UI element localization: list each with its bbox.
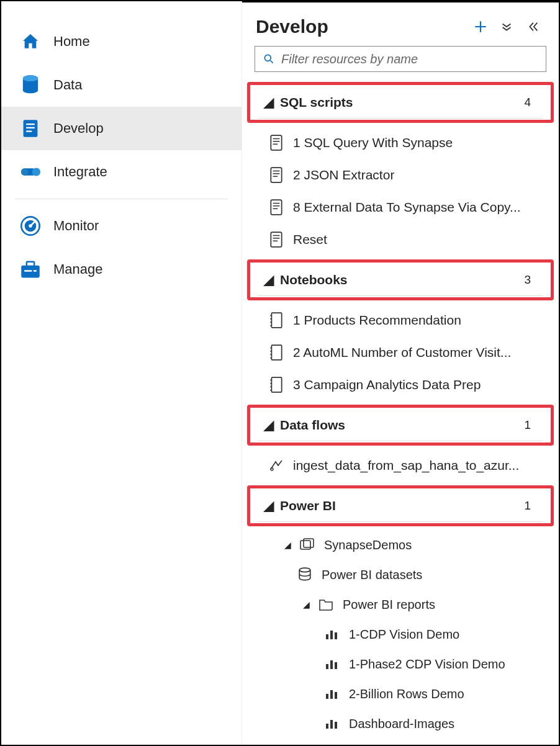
section-sql-scripts[interactable]: ◢ SQL scripts 4 xyxy=(258,86,543,119)
filter-input[interactable] xyxy=(281,52,538,66)
highlight-box: ◢ Notebooks 3 xyxy=(247,259,554,300)
nav-develop[interactable]: Develop xyxy=(1,107,242,150)
svg-rect-22 xyxy=(271,345,281,360)
toolbox-icon xyxy=(20,259,41,280)
nav-label: Monitor xyxy=(53,218,99,234)
caret-down-icon: ◢ xyxy=(264,95,275,110)
svg-rect-26 xyxy=(304,539,314,547)
pipeline-icon xyxy=(20,161,41,182)
section-label: Data flows xyxy=(280,418,345,433)
svg-point-7 xyxy=(32,168,40,176)
nav-label: Develop xyxy=(53,120,104,137)
svg-rect-39 xyxy=(335,722,337,729)
svg-rect-12 xyxy=(21,266,40,278)
item-label: 1 Products Recommendation xyxy=(293,313,461,328)
svg-rect-19 xyxy=(271,200,281,215)
pane-header: Develop xyxy=(242,2,559,46)
sql-item[interactable]: 2 JSON Extractor xyxy=(247,159,554,191)
powerbi-report[interactable]: Dashboard-Images xyxy=(247,709,554,739)
left-nav: Home Data Develop Integrate Monitor Mana… xyxy=(1,1,242,745)
powerbi-reports-folder[interactable]: ◢ Power BI reports xyxy=(247,590,554,619)
sql-item[interactable]: 1 SQL Query With Synapse xyxy=(247,127,554,159)
svg-rect-33 xyxy=(335,662,337,669)
section-label: Power BI xyxy=(280,498,336,513)
section-label: Notebooks xyxy=(280,272,348,287)
bar-chart-icon xyxy=(324,716,340,732)
svg-point-8 xyxy=(21,168,28,175)
script-icon xyxy=(268,199,284,215)
svg-rect-5 xyxy=(26,130,32,132)
highlight-box: ◢ SQL scripts 4 xyxy=(247,82,554,123)
item-label: Reset xyxy=(293,232,327,247)
nav-label: Data xyxy=(53,77,82,93)
svg-rect-28 xyxy=(326,634,328,639)
bar-chart-icon xyxy=(324,686,340,702)
notebook-item[interactable]: 1 Products Recommendation xyxy=(247,304,554,336)
item-label: 2-Billion Rows Demo xyxy=(349,687,464,701)
item-label: 8 External Data To Synapse Via Copy... xyxy=(293,200,521,215)
notebook-icon xyxy=(268,312,284,328)
nav-monitor[interactable]: Monitor xyxy=(1,204,242,248)
search-icon xyxy=(263,53,275,65)
svg-rect-29 xyxy=(330,631,333,639)
workspace-icon xyxy=(299,537,315,553)
item-label: 2 JSON Extractor xyxy=(293,168,394,182)
sql-item[interactable]: Reset xyxy=(247,223,554,256)
nav-divider xyxy=(15,199,228,199)
item-label: SynapseDemos xyxy=(324,538,412,552)
section-count: 4 xyxy=(524,96,531,109)
nav-home[interactable]: Home xyxy=(1,20,242,63)
svg-rect-36 xyxy=(335,692,337,699)
search-wrap xyxy=(242,46,559,78)
section-data-flows[interactable]: ◢ Data flows 1 xyxy=(258,409,543,441)
section-notebooks[interactable]: ◢ Notebooks 3 xyxy=(258,264,543,296)
svg-rect-35 xyxy=(330,690,333,699)
item-label: Power BI reports xyxy=(343,598,435,612)
highlight-box: ◢ Data flows 1 xyxy=(247,405,554,446)
powerbi-report[interactable]: 1-CDP Vision Demo xyxy=(247,619,554,649)
notebook-item[interactable]: 2 AutoML Number of Customer Visit... xyxy=(247,336,554,369)
item-label: Power BI datasets xyxy=(322,568,422,582)
caret-down-icon: ◢ xyxy=(264,498,275,513)
powerbi-report[interactable]: 1-Phase2 CDP Vision Demo xyxy=(247,649,554,679)
script-icon xyxy=(268,135,284,151)
caret-down-icon: ◢ xyxy=(303,600,314,609)
svg-rect-20 xyxy=(271,232,281,247)
folder-icon xyxy=(318,596,334,613)
collapse-pane-button[interactable] xyxy=(523,17,543,37)
section-count: 1 xyxy=(524,418,531,432)
search-box[interactable] xyxy=(255,46,546,72)
nav-integrate[interactable]: Integrate xyxy=(1,150,242,194)
svg-point-24 xyxy=(271,468,273,470)
svg-rect-3 xyxy=(26,124,35,125)
svg-point-11 xyxy=(29,224,32,227)
notebook-icon xyxy=(268,344,284,361)
nav-manage[interactable]: Manage xyxy=(1,248,242,291)
expand-all-button[interactable] xyxy=(497,17,517,37)
home-icon xyxy=(20,31,41,52)
document-icon xyxy=(20,118,41,139)
dataflow-item[interactable]: ingest_data_from_sap_hana_to_azur... xyxy=(247,449,554,482)
svg-rect-30 xyxy=(335,632,337,639)
notebook-item[interactable]: 3 Campaign Analytics Data Prep xyxy=(247,369,554,401)
item-label: 3 Campaign Analytics Data Prep xyxy=(293,377,481,392)
caret-down-icon: ◢ xyxy=(264,418,275,433)
section-power-bi[interactable]: ◢ Power BI 1 xyxy=(258,490,543,522)
powerbi-workspace[interactable]: ◢ SynapseDemos xyxy=(247,530,554,560)
powerbi-report[interactable]: 2-Billion Rows Demo xyxy=(247,679,554,709)
svg-point-27 xyxy=(299,568,310,572)
powerbi-datasets[interactable]: Power BI datasets xyxy=(247,560,554,590)
datasets-icon xyxy=(297,567,313,583)
highlight-box: ◢ Power BI 1 xyxy=(247,485,554,526)
item-label: 1-Phase2 CDP Vision Demo xyxy=(349,657,505,672)
svg-rect-38 xyxy=(330,720,333,729)
sql-item[interactable]: 8 External Data To Synapse Via Copy... xyxy=(247,191,554,223)
svg-rect-31 xyxy=(326,664,328,669)
svg-rect-15 xyxy=(34,270,37,271)
pane-title: Develop xyxy=(256,16,464,37)
svg-rect-25 xyxy=(300,541,310,549)
section-label: SQL scripts xyxy=(280,95,353,110)
script-icon xyxy=(268,231,284,248)
nav-data[interactable]: Data xyxy=(1,63,242,107)
add-button[interactable] xyxy=(471,17,490,37)
